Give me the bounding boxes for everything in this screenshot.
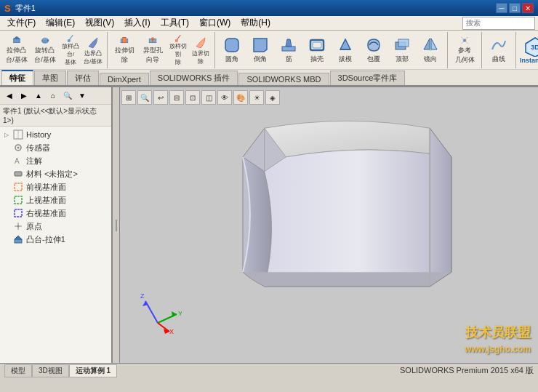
realview-button[interactable]: ◈: [265, 90, 280, 105]
rib-button[interactable]: 筋: [275, 33, 302, 67]
hole-wizard-label: 异型孔向导: [143, 46, 163, 65]
mirror-button[interactable]: 镜向: [417, 33, 444, 67]
svg-marker-1: [14, 36, 20, 39]
panel-forward-button[interactable]: ▶: [17, 89, 31, 103]
menu-file[interactable]: 文件(F): [3, 16, 40, 30]
history-icon: [12, 129, 24, 140]
app-title: 零件1: [15, 3, 36, 14]
top-expand[interactable]: ▷: [3, 196, 10, 204]
tab-features[interactable]: 特征: [1, 70, 33, 85]
tab-sw-mbd[interactable]: SOLIDWORKS MBD: [238, 73, 329, 85]
sweep-boss-button[interactable]: 放样凸台/基体: [60, 33, 81, 67]
material-expand[interactable]: ▷: [3, 170, 10, 177]
hide-show-button[interactable]: 👁: [217, 90, 232, 105]
tab-evaluate[interactable]: 评估: [67, 71, 99, 85]
boundary-boss-button[interactable]: 边界凸台/基体: [82, 33, 104, 67]
tab-sketch[interactable]: 草图: [34, 71, 66, 85]
boundary-cut-button[interactable]: 边界切除: [190, 33, 212, 67]
tab-dimxpert[interactable]: DimXpert: [100, 73, 149, 85]
instant3d-button[interactable]: 3D Instant3D: [519, 33, 538, 67]
hole-wizard-button[interactable]: 异型孔向导: [139, 33, 166, 67]
tree-item-sensor[interactable]: ▷ 传感器: [0, 141, 111, 154]
loft-boss-icon: [8, 36, 25, 45]
search-input[interactable]: [462, 17, 535, 30]
bottom-tab-3dview[interactable]: 3D视图: [32, 364, 69, 377]
tree-item-boss-extrude[interactable]: ▷ 凸台-拉伸1: [0, 233, 111, 246]
svg-rect-12: [225, 39, 238, 52]
curves-button[interactable]: 曲线: [485, 33, 513, 67]
toolbar-row1: 拉伸凸台/基体 旋转凸台/基体 放样凸台/基体: [0, 31, 538, 70]
svg-marker-18: [340, 39, 350, 49]
wrap-button[interactable]: 包覆: [360, 33, 388, 67]
annotation-icon: A: [12, 155, 24, 167]
previous-view-button[interactable]: ↩: [153, 90, 168, 105]
ref-geom-button[interactable]: 参考几何体: [451, 33, 478, 67]
sensor-expand[interactable]: ▷: [3, 144, 10, 151]
tree-item-annotation[interactable]: ▷ A 注解: [0, 154, 111, 167]
boss-extrude-expand[interactable]: ▷: [3, 236, 10, 243]
svg-point-33: [17, 147, 20, 149]
zoom-fit-button[interactable]: ⊞: [121, 90, 136, 105]
bottom-tab-model[interactable]: 模型: [4, 364, 32, 377]
curves-label: 曲线: [492, 55, 505, 64]
sw-logo: S: [4, 3, 11, 14]
revolve-boss-icon: [36, 36, 54, 45]
maximize-button[interactable]: □: [509, 3, 521, 13]
tree-item-material[interactable]: ▷ 材料 <未指定>: [0, 167, 111, 180]
fillet-button[interactable]: 圆角: [218, 33, 246, 67]
ref-geom-label: 参考几何体: [455, 46, 475, 65]
history-expand[interactable]: ▷: [3, 131, 10, 138]
display-style-button[interactable]: ◫: [201, 90, 216, 105]
panel-back-button[interactable]: ◀: [3, 89, 16, 103]
extrude-cut-icon: [116, 36, 133, 45]
revolve-boss-button[interactable]: 旋转凸台/基体: [31, 33, 59, 67]
svg-rect-0: [14, 39, 20, 42]
menu-help[interactable]: 帮助(H): [236, 16, 275, 30]
minimize-button[interactable]: ─: [496, 3, 507, 13]
view-orientation-button[interactable]: ⊡: [185, 90, 200, 105]
sweep-cut-button[interactable]: 放样切割除: [167, 33, 189, 67]
annotation-expand[interactable]: ▷: [3, 157, 10, 164]
scenes-button[interactable]: ☀: [249, 90, 264, 105]
loft-boss-button[interactable]: 拉伸凸台/基体: [3, 33, 31, 67]
panel-up-button[interactable]: ▲: [32, 89, 45, 103]
extrude-cut-button[interactable]: 拉伸切除: [111, 33, 138, 67]
menu-view[interactable]: 视图(V): [81, 16, 119, 30]
front-expand[interactable]: ▷: [3, 183, 10, 191]
tree-item-top-plane[interactable]: ▷ 上视基准面: [0, 193, 111, 207]
shell-label: 抽壳: [310, 55, 324, 64]
tree-item-origin[interactable]: ▷ 原点: [0, 220, 111, 233]
tab-bar: 特征 草图 评估 DimXpert SOLIDWORKS 插件 SOLIDWOR…: [0, 70, 538, 86]
tab-sw-addins[interactable]: SOLIDWORKS 插件: [150, 71, 238, 85]
origin-expand[interactable]: ▷: [3, 223, 10, 230]
right-expand[interactable]: ▷: [3, 209, 10, 217]
curves-group: 曲线: [485, 32, 516, 68]
svg-rect-17: [313, 42, 321, 48]
collapse-handle[interactable]: [113, 87, 120, 363]
menu-edit[interactable]: 编辑(E): [41, 16, 79, 30]
chamfer-icon: [252, 36, 269, 54]
panel-filter-button[interactable]: ▼: [76, 89, 89, 103]
close-button[interactable]: ✕: [522, 3, 534, 13]
menu-insert[interactable]: 插入(I): [120, 16, 154, 30]
menu-tools[interactable]: 工具(T): [156, 16, 193, 30]
intersect-icon: [393, 36, 411, 54]
status-text: SOLIDWORKS Premium 2015 x64 版: [400, 365, 534, 376]
tree-item-right-plane[interactable]: ▷ 右视基准面: [0, 207, 111, 220]
tree-item-front-plane[interactable]: ▷ 前视基准面: [0, 180, 111, 193]
zoom-area-button[interactable]: 🔍: [137, 90, 152, 105]
panel-search-button[interactable]: 🔍: [61, 89, 74, 103]
menu-window[interactable]: 窗口(W): [195, 16, 235, 30]
features-group: 圆角 倒角 筋 抽壳: [218, 32, 448, 68]
intersect-button[interactable]: 顶部: [388, 33, 416, 67]
panel-home-button[interactable]: ⌂: [47, 89, 60, 103]
bottom-tab-motion[interactable]: 运动算例 1: [69, 364, 117, 377]
tree-item-history[interactable]: ▷ History: [0, 128, 111, 141]
shell-button[interactable]: 抽壳: [303, 33, 331, 67]
draft-button[interactable]: 拔模: [332, 33, 359, 67]
chamfer-button[interactable]: 倒角: [246, 33, 274, 67]
appearance-button[interactable]: 🎨: [233, 90, 248, 105]
svg-text:X: X: [169, 328, 174, 334]
tab-3dsource[interactable]: 3DSource零件库: [330, 71, 406, 85]
section-view-button[interactable]: ⊟: [169, 90, 184, 105]
